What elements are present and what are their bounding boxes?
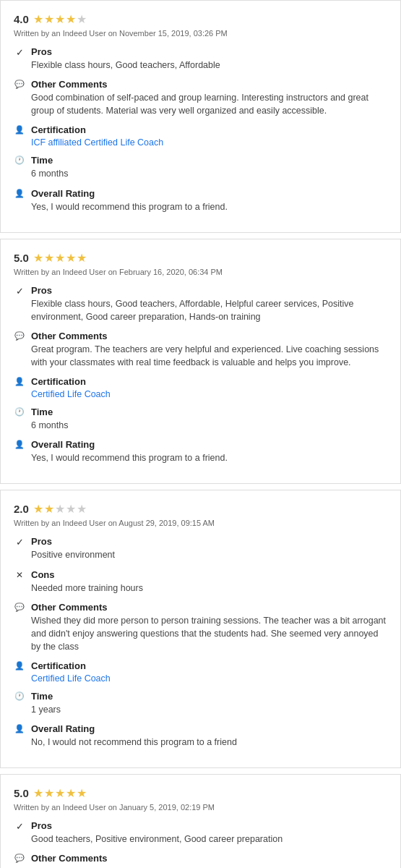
user-icon [14, 189, 25, 198]
star-icon: ★ [44, 251, 54, 265]
pros-title: Pros [31, 820, 387, 831]
pros-section: Pros Positive environment [14, 536, 387, 561]
pros-section: Pros Flexible class hours, Good teachers… [14, 46, 387, 72]
user-icon [14, 440, 25, 449]
star-icon: ★ [55, 502, 65, 516]
stars-container: ★★★★★ [33, 502, 87, 516]
other-comments-title: Other Comments [31, 79, 387, 90]
overall-text: No, I would not recommend this program t… [31, 736, 387, 749]
comment-icon [14, 331, 25, 341]
certification-title: Certification [31, 376, 387, 387]
pros-title: Pros [31, 46, 387, 57]
star-icon: ★ [33, 12, 43, 26]
star-icon: ★ [44, 786, 54, 800]
other-comments-section: Other Comments Great program. The teache… [14, 331, 387, 369]
certification-link[interactable]: Certified Life Coach [31, 673, 111, 684]
star-icon: ★ [77, 251, 87, 265]
star-icon: ★ [44, 502, 54, 516]
pros-title: Pros [31, 285, 387, 296]
pros-title: Pros [31, 536, 387, 547]
rating-row: 2.0 ★★★★★ [14, 502, 387, 516]
star-icon: ★ [66, 786, 76, 800]
other-comments-title: Other Comments [31, 602, 387, 613]
rating-row: 4.0 ★★★★★ [14, 12, 387, 26]
other-comments-text: Great program. The teachers are very hel… [31, 343, 387, 369]
check-icon [14, 537, 25, 548]
star-icon: ★ [55, 12, 65, 26]
rating-number: 5.0 [14, 252, 29, 264]
star-icon: ★ [44, 12, 54, 26]
review-card: 5.0 ★★★★★ Written by an Indeed User on F… [0, 239, 401, 485]
user-icon [14, 724, 25, 733]
certification-section: Certification ICF affiliated Certified L… [14, 124, 387, 148]
pros-text: Flexible class hours, Good teachers, Aff… [31, 297, 387, 323]
comment-icon [14, 603, 25, 612]
clock-icon [14, 407, 25, 417]
other-comments-text: Wished they did more person to person tr… [31, 614, 387, 653]
comment-icon [14, 854, 25, 863]
certification-icon [14, 125, 25, 135]
pros-text: Positive environment [31, 548, 387, 561]
time-section: Time 1 years [14, 691, 387, 716]
certification-link[interactable]: ICF affiliated Certified Life Coach [31, 137, 163, 148]
cons-section: Cons Needed more training hours [14, 569, 387, 595]
time-text: 6 months [31, 167, 387, 180]
pros-text: Flexible class hours, Good teachers, Aff… [31, 59, 387, 72]
certification-icon [14, 661, 25, 671]
other-comments-section: Other Comments Good combination of self-… [14, 79, 387, 117]
overall-text: Yes, I would recommend this program to a… [31, 451, 387, 464]
time-text: 6 months [31, 419, 387, 432]
other-comments-text: Good combination of self-paced and group… [31, 91, 387, 117]
time-text: 1 years [31, 703, 387, 716]
star-icon: ★ [66, 502, 76, 516]
rating-row: 5.0 ★★★★★ [14, 786, 387, 800]
review-meta: Written by an Indeed User on November 15… [14, 29, 387, 38]
star-icon: ★ [77, 502, 87, 516]
star-icon: ★ [66, 12, 76, 26]
star-icon: ★ [77, 786, 87, 800]
star-icon: ★ [33, 502, 43, 516]
rating-number: 4.0 [14, 13, 29, 25]
check-icon [14, 286, 25, 297]
comment-icon [14, 80, 25, 89]
review-card: 4.0 ★★★★★ Written by an Indeed User on N… [0, 0, 401, 233]
other-comments-text: Great program that helps prepare coaches… [31, 865, 387, 868]
overall-section: Overall Rating No, I would not recommend… [14, 723, 387, 749]
certification-section: Certification Certified Life Coach [14, 660, 387, 684]
clock-icon [14, 156, 25, 165]
overall-title: Overall Rating [31, 439, 387, 450]
stars-container: ★★★★★ [33, 786, 87, 800]
overall-text: Yes, I would recommend this program to a… [31, 200, 387, 213]
time-title: Time [31, 155, 387, 166]
check-icon [14, 47, 25, 58]
rating-row: 5.0 ★★★★★ [14, 251, 387, 265]
stars-container: ★★★★★ [33, 251, 87, 265]
certification-icon [14, 377, 25, 386]
time-title: Time [31, 691, 387, 702]
check-icon [14, 821, 25, 832]
cons-text: Needed more training hours [31, 582, 387, 595]
pros-text: Good teachers, Positive environment, Goo… [31, 833, 387, 846]
rating-number: 2.0 [14, 503, 29, 515]
review-card: 5.0 ★★★★★ Written by an Indeed User on J… [0, 774, 401, 868]
review-meta: Written by an Indeed User on January 5, … [14, 803, 387, 812]
certification-title: Certification [31, 124, 387, 135]
review-card: 2.0 ★★★★★ Written by an Indeed User on A… [0, 490, 401, 768]
certification-section: Certification Certified Life Coach [14, 376, 387, 399]
clock-icon [14, 692, 25, 701]
review-meta: Written by an Indeed User on August 29, … [14, 519, 387, 527]
star-icon: ★ [55, 251, 65, 265]
overall-title: Overall Rating [31, 188, 387, 199]
certification-title: Certification [31, 660, 387, 671]
star-icon: ★ [77, 12, 87, 26]
pros-section: Pros Good teachers, Positive environment… [14, 820, 387, 846]
time-title: Time [31, 407, 387, 417]
star-icon: ★ [33, 251, 43, 265]
star-icon: ★ [55, 786, 65, 800]
pros-section: Pros Flexible class hours, Good teachers… [14, 285, 387, 323]
star-icon: ★ [66, 251, 76, 265]
x-icon [14, 570, 25, 580]
overall-section: Overall Rating Yes, I would recommend th… [14, 188, 387, 213]
certification-link[interactable]: Certified Life Coach [31, 389, 111, 399]
other-comments-title: Other Comments [31, 331, 387, 341]
